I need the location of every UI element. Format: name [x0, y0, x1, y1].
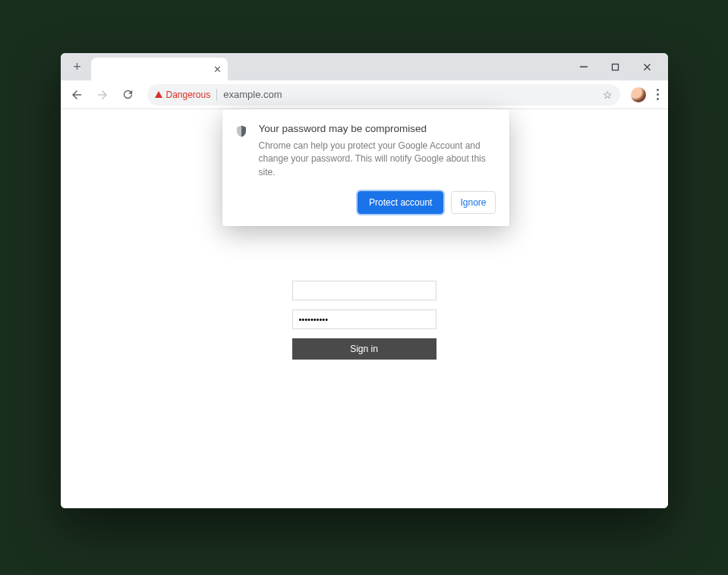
window-minimize-button[interactable] [574, 57, 594, 77]
reload-icon [121, 88, 134, 101]
password-warning-popup: Your password may be compromised Chrome … [222, 109, 509, 226]
warning-triangle-icon [155, 91, 162, 98]
shield-icon [235, 124, 248, 138]
address-bar[interactable]: Dangerous example.com ☆ [147, 84, 620, 105]
browser-window: + ✕ Dange [61, 53, 668, 508]
sign-in-button[interactable]: Sign in [292, 338, 436, 360]
page-content: Your password may be compromised Chrome … [61, 109, 668, 508]
login-form: Sign in [292, 281, 436, 508]
tab-close-button[interactable]: ✕ [213, 64, 222, 75]
tab-strip: + ✕ [61, 53, 668, 80]
ignore-button[interactable]: Ignore [451, 191, 495, 214]
arrow-right-icon [96, 88, 109, 102]
protect-account-button[interactable]: Protect account [358, 191, 443, 214]
maximize-icon [611, 63, 619, 71]
kebab-dot-icon [657, 89, 659, 91]
reload-button[interactable] [117, 83, 140, 106]
url-text: example.com [223, 89, 282, 100]
kebab-dot-icon [657, 98, 659, 100]
window-close-button[interactable] [638, 57, 657, 77]
chip-divider [216, 89, 217, 101]
close-icon [643, 63, 651, 71]
bookmark-star-button[interactable]: ☆ [603, 89, 613, 101]
username-field[interactable] [292, 281, 436, 300]
window-maximize-button[interactable] [606, 57, 626, 77]
forward-button [91, 83, 114, 106]
arrow-left-icon [70, 88, 84, 102]
svg-rect-1 [613, 64, 619, 70]
popup-body: Your password may be compromised Chrome … [259, 123, 496, 214]
kebab-dot-icon [657, 93, 659, 96]
window-controls [574, 53, 663, 80]
popup-description: Chrome can help you protect your Google … [259, 140, 496, 179]
browser-tab[interactable]: ✕ [91, 58, 228, 80]
security-label: Dangerous [166, 90, 211, 100]
back-button[interactable] [65, 83, 88, 106]
chrome-menu-button[interactable] [652, 89, 663, 100]
popup-title: Your password may be compromised [259, 123, 496, 134]
profile-avatar-button[interactable] [631, 87, 646, 102]
password-field[interactable] [292, 309, 436, 329]
browser-toolbar: Dangerous example.com ☆ [61, 80, 668, 109]
minimize-icon [579, 62, 588, 71]
plus-icon: + [73, 59, 81, 75]
new-tab-button[interactable]: + [67, 56, 88, 77]
popup-actions: Protect account Ignore [259, 191, 496, 214]
security-chip[interactable]: Dangerous [155, 90, 211, 100]
